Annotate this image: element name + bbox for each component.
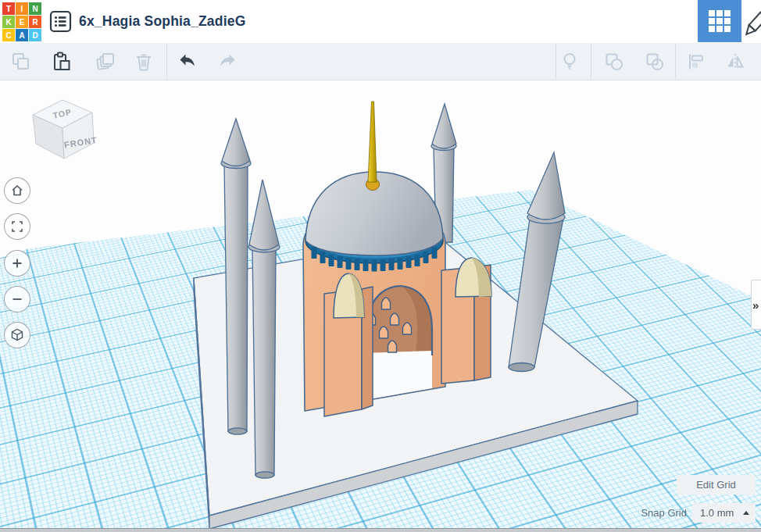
logo-letter: A	[16, 29, 28, 41]
minus-icon	[9, 291, 25, 307]
snap-grid-value: 1.0 mm	[700, 507, 743, 519]
redo-icon[interactable]	[212, 46, 243, 77]
snap-grid-dropdown[interactable]: 1.0 mm	[692, 503, 756, 523]
logo-letter: E	[16, 16, 28, 28]
delete-icon[interactable]	[128, 46, 159, 77]
edit-toolbar	[0, 43, 761, 80]
view-cube[interactable]: TOP FRONT	[23, 91, 98, 163]
bottom-edge-bar	[0, 528, 761, 532]
snap-grid-label: Snap Grid	[641, 507, 687, 519]
toolbar-divider	[675, 43, 676, 80]
fit-view-button[interactable]	[4, 213, 30, 240]
logo-letter: R	[29, 16, 41, 28]
design-menu-icon[interactable]	[49, 10, 72, 33]
mirror-icon[interactable]	[720, 46, 751, 77]
snap-grid-row: Snap Grid 1.0 mm	[641, 503, 756, 523]
apps-grid-button[interactable]	[698, 0, 741, 42]
home-view-button[interactable]	[4, 177, 30, 204]
logo-letter: D	[29, 29, 41, 41]
tinkercad-logo[interactable]: T I N K E R C A D	[2, 2, 41, 41]
edit-grid-button[interactable]: Edit Grid	[677, 475, 756, 495]
toolbar-divider	[591, 43, 591, 80]
model-hagia-sophia[interactable]	[0, 80, 761, 532]
show-all-light-icon[interactable]	[554, 46, 585, 77]
logo-letter: T	[2, 2, 15, 15]
fit-view-icon	[9, 219, 25, 234]
copy-icon[interactable]	[5, 46, 37, 77]
perspective-cube-icon	[9, 327, 25, 343]
perspective-toggle-button[interactable]	[4, 322, 30, 348]
align-icon[interactable]	[681, 46, 712, 77]
model-entrance-arch[interactable]	[365, 286, 432, 400]
logo-letter: K	[2, 16, 15, 28]
shapes-panel-toggle[interactable]: »	[751, 280, 761, 330]
logo-letter: I	[16, 2, 28, 15]
ungroup-icon[interactable]	[639, 46, 670, 77]
chevron-right-icon: »	[752, 298, 759, 312]
group-icon[interactable]	[598, 46, 630, 77]
tinkercad-app: T I N K E R C A D 6x_Hagia Sophia_ZadieG	[0, 0, 761, 532]
logo-letter: C	[2, 29, 15, 41]
grid-icon	[708, 9, 731, 33]
zoom-in-button[interactable]	[4, 250, 30, 277]
design-title[interactable]: 6x_Hagia Sophia_ZadieG	[79, 0, 246, 43]
plus-icon	[9, 255, 25, 271]
zoom-out-button[interactable]	[4, 286, 30, 312]
toolbar-divider	[166, 43, 167, 80]
viewport-3d[interactable]: TOP FRONT » Edit Grid Snap Grid 1.0 mm	[0, 80, 761, 532]
header: T I N K E R C A D 6x_Hagia Sophia_ZadieG	[0, 0, 761, 43]
duplicate-icon[interactable]	[91, 46, 122, 77]
undo-icon[interactable]	[172, 46, 203, 77]
caret-up-icon	[743, 511, 749, 515]
pencil-icon[interactable]	[744, 4, 761, 40]
paste-icon[interactable]	[45, 46, 77, 77]
home-icon	[9, 183, 25, 198]
logo-letter: N	[29, 2, 41, 15]
